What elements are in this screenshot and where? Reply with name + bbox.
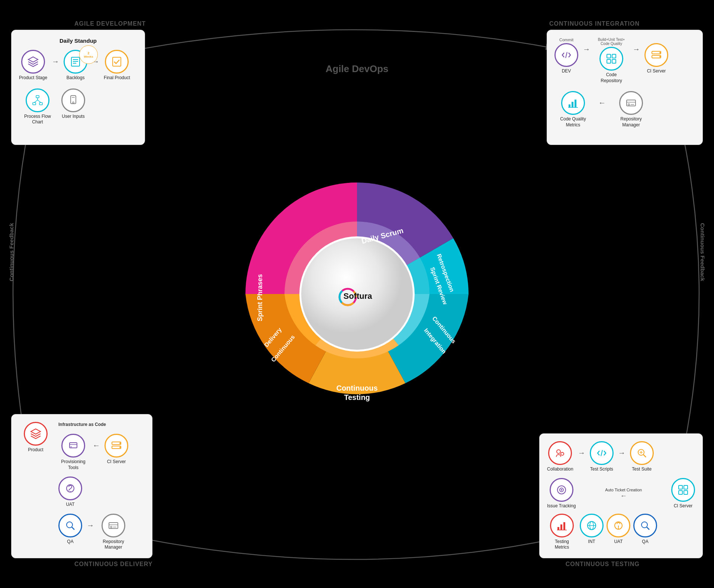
svg-point-88 — [641, 522, 647, 528]
user-inputs-icon — [61, 88, 85, 112]
bl-product-icon — [24, 422, 48, 446]
test-scripts-icon — [590, 441, 614, 465]
arrow-tr-back: → — [598, 98, 606, 107]
agile-devops-title: Agile DevOps — [325, 63, 388, 75]
svg-point-65 — [561, 452, 564, 455]
cd-box: Product Infrastructure as Code — [11, 414, 152, 558]
tl-process-flow: Process Flow Chart — [23, 88, 52, 125]
section-label-agile-dev: AGILE DEVELOPMENT — [74, 20, 146, 27]
svg-rect-80 — [563, 522, 565, 530]
svg-text:Testing: Testing — [344, 393, 370, 401]
svg-line-28 — [38, 100, 41, 103]
svg-rect-75 — [684, 485, 688, 489]
svg-rect-78 — [557, 527, 559, 530]
svg-line-32 — [566, 52, 567, 58]
br-row2: Issue Tracking Auto Ticket Creation ← CI… — [547, 478, 695, 509]
br-ci-server: CI Server — [671, 478, 695, 509]
br-collaboration: Collaboration — [547, 441, 573, 472]
test-scripts-label: Test Scripts — [590, 466, 613, 472]
testing-metrics-label: Testing Metrics — [547, 539, 577, 550]
infra-label: Infrastructure as Code — [58, 422, 145, 427]
svg-point-57 — [70, 491, 71, 492]
tr-code-quality-metrics: Code Quality Metrics — [558, 91, 588, 128]
bl-ci-server-label: CI Server — [107, 459, 126, 465]
svg-rect-33 — [607, 54, 611, 58]
tl-backlogs: 2 Weeks Backlogs — [64, 50, 87, 81]
issue-tracking-icon — [550, 478, 573, 502]
section-label-ct: CONTINUOUS TESTING — [566, 561, 640, 568]
svg-rect-22 — [113, 57, 121, 66]
bl-right: Infrastructure as Code Provisioning Tool… — [58, 422, 145, 550]
svg-point-30 — [73, 102, 74, 103]
section-label-ci: CONTINUOUS INTEGRATION — [549, 20, 640, 27]
tr-dev: Commit DEV — [554, 38, 578, 74]
tr-code-repo: Build+Unit Test+ Code Quality Code Repos… — [595, 38, 628, 84]
ct-box: Collaboration → Test Scripts → — [539, 433, 703, 558]
code-repo-icon — [599, 47, 623, 71]
process-flow-icon — [26, 88, 49, 112]
bl-product-label: Product — [28, 447, 43, 453]
svg-rect-25 — [39, 103, 42, 105]
main-container: AGILE DEVELOPMENT CONTINUOUS INTEGRATION… — [0, 0, 714, 588]
tl-user-inputs: User Inputs — [61, 88, 85, 120]
final-product-icon — [105, 50, 129, 74]
tl-final-product: Final Product — [104, 50, 130, 81]
br-qa-icon — [633, 514, 657, 537]
arrow-bl-2: ← — [87, 521, 94, 530]
svg-rect-34 — [612, 54, 616, 58]
svg-rect-36 — [612, 59, 616, 63]
final-product-label: Final Product — [104, 75, 130, 81]
code-repo-label: Code Repository — [596, 72, 626, 84]
br-issue-tracking: Issue Tracking — [547, 478, 576, 509]
svg-rect-43 — [575, 100, 576, 107]
bl-qa-label: QA — [67, 539, 73, 545]
br-test-scripts: Test Scripts — [590, 441, 614, 472]
br-test-suite: Test Suite — [630, 441, 654, 472]
agile-devops-wheel: Softura Daily Scrum Sprint Review Retros… — [227, 164, 487, 424]
br-uat: UAT — [607, 514, 630, 545]
dev-icon — [554, 43, 578, 67]
arrow-tr-1: → — [583, 45, 590, 54]
br-ci-server-label: CI Server — [674, 503, 693, 509]
collaboration-label: Collaboration — [547, 466, 573, 472]
auto-ticket-label: Auto Ticket Creation — [605, 488, 642, 492]
int-icon — [580, 514, 604, 537]
tr-row1: Commit DEV → Build+Unit Test+ Code Quali… — [554, 38, 695, 84]
br-ci-server-icon — [671, 478, 695, 502]
svg-point-55 — [119, 447, 121, 448]
svg-line-27 — [34, 100, 38, 103]
feedback-left-label: Continuous Feedback — [8, 223, 15, 281]
svg-rect-35 — [607, 59, 611, 63]
arrow-br-2: → — [618, 449, 625, 457]
bl-uat: UAT — [58, 476, 82, 508]
bl-ci-server-icon — [104, 434, 128, 458]
box-title-daily-standup: Daily Standup — [19, 38, 137, 44]
svg-point-54 — [119, 443, 121, 444]
br-testing-metrics: Testing Metrics — [547, 514, 577, 550]
bl-provisioning: Provisioning Tools — [58, 434, 88, 471]
feedback-right-label: Continuous Feedback — [699, 223, 706, 281]
svg-rect-29 — [71, 96, 76, 104]
tr-ci-server: - CI Server — [644, 38, 668, 74]
product-stage-label: Product Stage — [19, 75, 47, 81]
svg-point-64 — [557, 450, 560, 453]
bl-product: Product — [19, 422, 52, 453]
agile-development-box: Daily Standup Product Stage → — [11, 30, 145, 145]
br-int: INT — [580, 514, 604, 545]
svg-point-47 — [628, 104, 630, 105]
tr-repo-manager: Repository Manager — [616, 91, 646, 128]
svg-rect-24 — [33, 103, 36, 105]
product-stage-icon — [21, 50, 45, 74]
ci-server-icon — [644, 43, 668, 67]
svg-rect-77 — [684, 491, 688, 494]
svg-line-66 — [601, 450, 602, 456]
testing-metrics-icon — [550, 514, 574, 537]
br-qa: QA — [633, 514, 657, 545]
test-suite-label: Test Suite — [632, 466, 652, 472]
bl-qa: QA — [58, 514, 82, 545]
section-label-cd: CONTINUOUS DELIVERY — [74, 561, 152, 568]
user-inputs-label: User Inputs — [62, 114, 84, 120]
tr-row2: Code Quality Metrics → Repository Manage… — [554, 91, 695, 128]
auto-ticket-container: Auto Ticket Creation ← — [579, 488, 668, 500]
bl-row1: Provisioning Tools ← CI Server — [58, 434, 145, 471]
